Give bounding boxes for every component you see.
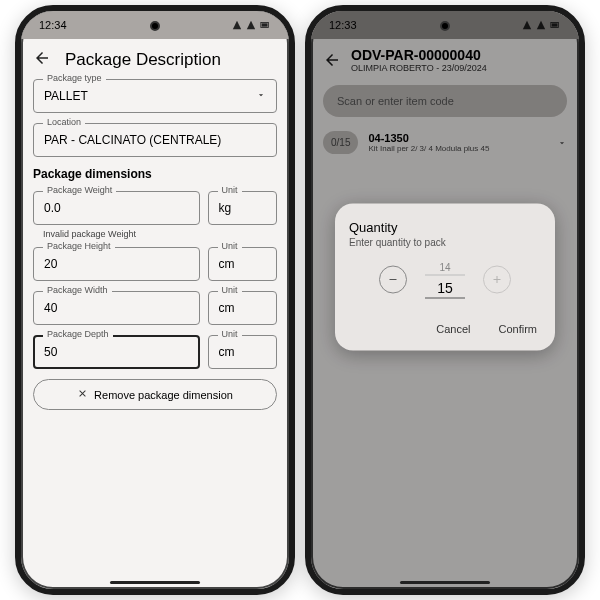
package-type-field[interactable]: Package type PALLET [33,79,277,113]
weight-unit-field[interactable]: Unit kg [208,191,277,225]
height-unit-field[interactable]: Unit cm [208,247,277,281]
home-indicator[interactable] [400,581,490,584]
decrement-button[interactable] [379,266,407,294]
width-unit-field[interactable]: Unit cm [208,291,277,325]
form-content: Package type PALLET Location PAR - CALCI… [21,79,289,410]
weight-error: Invalid package Weight [43,229,277,239]
weight-field[interactable]: Package Weight 0.0 [33,191,200,225]
package-type-value: PALLET [44,89,88,103]
remove-dimension-button[interactable]: Remove package dimension [33,379,277,410]
phone-right: 12:33 ODV-PAR-00000040 OLIMPIA ROBERTO -… [305,5,585,595]
confirm-button[interactable]: Confirm [494,316,541,340]
close-icon [77,388,88,401]
cancel-button[interactable]: Cancel [432,316,474,340]
camera-cutout [150,21,160,31]
back-icon[interactable] [33,49,51,71]
page-title: Package Description [65,50,221,70]
increment-button[interactable] [483,266,511,294]
quantity-input[interactable]: 14 15 [425,261,465,298]
dimensions-heading: Package dimensions [33,167,277,181]
depth-unit-field[interactable]: Unit cm [208,335,277,369]
dialog-subtitle: Enter quantity to pack [349,236,541,247]
width-field[interactable]: Package Width 40 [33,291,200,325]
dropdown-icon [256,89,266,103]
svg-rect-4 [390,279,397,280]
phone-left: 12:34 Package Description Package type P… [15,5,295,595]
location-field[interactable]: Location PAR - CALCINATO (CENTRALE) [33,123,277,157]
field-label: Location [43,117,85,127]
field-label: Package type [43,73,106,83]
svg-rect-1 [262,23,268,26]
status-time: 12:34 [39,19,67,31]
status-icons [231,20,271,30]
location-value: PAR - CALCINATO (CENTRALE) [44,133,221,147]
quantity-dialog: Quantity Enter quantity to pack 14 15 Ca… [335,203,555,350]
height-field[interactable]: Package Height 20 [33,247,200,281]
home-indicator[interactable] [110,581,200,584]
dialog-title: Quantity [349,219,541,234]
depth-field[interactable]: Package Depth 50 [33,335,200,369]
camera-cutout [440,21,450,31]
svg-rect-6 [496,276,497,283]
